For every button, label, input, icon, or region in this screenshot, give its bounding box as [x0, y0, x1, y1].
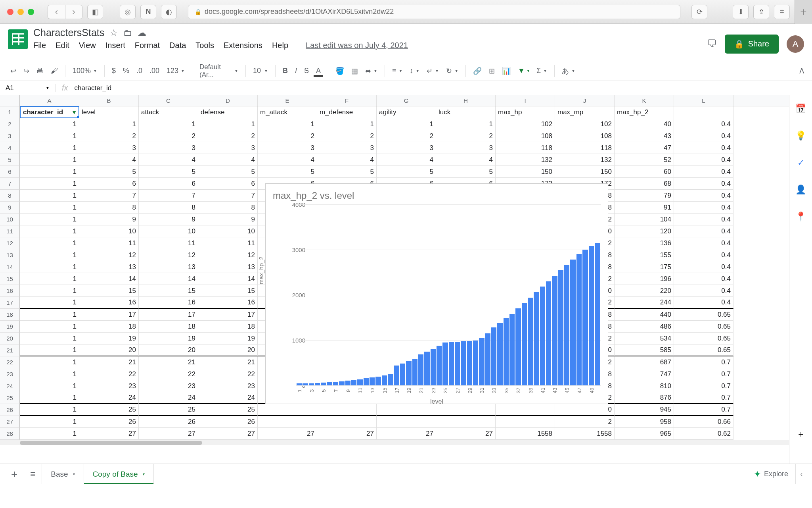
cell[interactable]: 11 — [79, 237, 139, 249]
get-addons-icon[interactable]: ＋ — [795, 429, 806, 440]
cell[interactable]: agility — [377, 106, 436, 118]
cell[interactable]: 60 — [615, 166, 674, 178]
cell[interactable]: 24 — [79, 392, 139, 404]
cell[interactable]: 1 — [258, 118, 317, 130]
side-panel-toggle[interactable]: ‹ — [795, 464, 807, 484]
cell[interactable]: 27 — [377, 428, 436, 440]
functions-button[interactable]: Σ▼ — [534, 65, 550, 77]
sidebar-toggle[interactable]: ◧ — [87, 5, 103, 19]
cell[interactable]: 2 — [79, 130, 139, 142]
cell[interactable]: 0.7 — [674, 404, 733, 416]
font-select[interactable]: Default (Ar...▼ — [197, 62, 241, 81]
cell[interactable]: 79 — [615, 190, 674, 202]
cell[interactable]: 102 — [496, 118, 555, 130]
cell[interactable]: 27 — [258, 428, 317, 440]
cell[interactable]: 0.65 — [674, 309, 733, 321]
cell[interactable]: 15 — [139, 285, 198, 297]
cell[interactable]: 0.4 — [674, 166, 733, 178]
close-window[interactable] — [7, 9, 13, 15]
cell[interactable]: 25 — [79, 404, 139, 416]
cell[interactable]: 12 — [198, 249, 258, 261]
cell[interactable]: 2 — [436, 130, 496, 142]
cell[interactable]: 25 — [139, 404, 198, 416]
col-header-H[interactable]: H — [436, 95, 496, 106]
collapse-toolbar[interactable]: ᐱ — [799, 67, 804, 75]
cell[interactable]: 1 — [20, 202, 79, 214]
number-format[interactable]: 123▼ — [164, 65, 187, 77]
increase-decimal[interactable]: .00 — [147, 65, 162, 77]
link-button[interactable]: 🔗 — [471, 65, 484, 77]
row-header[interactable]: 5 — [0, 154, 20, 166]
cell[interactable]: attack — [139, 106, 198, 118]
cell[interactable]: 0.4 — [674, 190, 733, 202]
cell[interactable]: 13 — [79, 261, 139, 273]
tasks-addon-icon[interactable]: ✓ — [795, 157, 806, 168]
cell[interactable]: 16 — [139, 297, 198, 309]
menu-format[interactable]: Format — [135, 41, 160, 50]
cell[interactable]: 3 — [258, 142, 317, 154]
doc-title[interactable]: CharactersStats — [33, 27, 104, 38]
cell[interactable]: 150 — [555, 166, 615, 178]
font-size[interactable]: 10▼ — [251, 65, 270, 77]
cell[interactable]: 2 — [258, 130, 317, 142]
cell[interactable] — [317, 416, 377, 428]
cell[interactable]: 1 — [20, 321, 79, 333]
row-header[interactable]: 2 — [0, 118, 20, 130]
back-button[interactable]: ‹ — [48, 5, 65, 19]
cell[interactable] — [496, 416, 555, 428]
cell[interactable]: 24 — [198, 392, 258, 404]
cell[interactable]: 10 — [139, 225, 198, 237]
cell[interactable]: 4 — [317, 154, 377, 166]
cell[interactable]: 1 — [20, 380, 79, 392]
cell[interactable]: 534 — [615, 333, 674, 344]
cell[interactable]: defense — [198, 106, 258, 118]
cell[interactable]: 1 — [20, 368, 79, 380]
row-header[interactable]: 4 — [0, 142, 20, 154]
cell[interactable]: 7 — [139, 190, 198, 202]
cell[interactable]: 23 — [79, 380, 139, 392]
row-header[interactable]: 20 — [0, 333, 20, 344]
share-os-button[interactable]: ⇪ — [753, 5, 769, 19]
cell[interactable] — [436, 404, 496, 416]
sheets-logo-icon[interactable] — [8, 29, 28, 49]
cell[interactable]: 15 — [79, 285, 139, 297]
cell[interactable]: 0.65 — [674, 344, 733, 356]
cell[interactable]: 8 — [198, 202, 258, 214]
cell[interactable] — [436, 416, 496, 428]
row-header[interactable]: 8 — [0, 190, 20, 202]
wrap-button[interactable]: ↵▼ — [424, 65, 441, 77]
merge-button[interactable]: ⬌▼ — [363, 65, 380, 77]
cell[interactable]: 0.4 — [674, 261, 733, 273]
ext-icon-notion[interactable]: N — [140, 5, 156, 19]
menu-extensions[interactable]: Extensions — [224, 41, 262, 50]
cell[interactable]: 91 — [615, 202, 674, 214]
sheet-tab[interactable]: Copy of Base▾ — [84, 464, 154, 484]
cell[interactable]: 5 — [377, 166, 436, 178]
cell[interactable]: 11 — [139, 237, 198, 249]
decrease-decimal[interactable]: .0 — [134, 65, 145, 77]
cell[interactable]: 1 — [377, 118, 436, 130]
sheet-tab[interactable]: Base▾ — [42, 464, 84, 484]
text-color-button[interactable]: A — [314, 65, 323, 77]
cell[interactable]: 14 — [139, 273, 198, 285]
cell[interactable]: 23 — [139, 380, 198, 392]
redo-button[interactable]: ↪ — [21, 65, 32, 77]
address-bar[interactable]: 🔒 docs.google.com/spreadsheets/d/1OtAXir… — [188, 5, 680, 19]
cell[interactable]: 1 — [20, 190, 79, 202]
cell[interactable]: 175 — [615, 261, 674, 273]
cell[interactable] — [258, 416, 317, 428]
cell[interactable] — [674, 106, 733, 118]
cell[interactable]: 150 — [496, 166, 555, 178]
currency-button[interactable]: $ — [109, 65, 118, 77]
cell[interactable]: 14 — [79, 273, 139, 285]
cell[interactable]: 10 — [198, 225, 258, 237]
cell[interactable] — [377, 416, 436, 428]
cell[interactable]: 22 — [139, 368, 198, 380]
cell[interactable]: 27 — [198, 428, 258, 440]
filter-icon[interactable]: ▼ — [71, 109, 77, 115]
col-header-I[interactable]: I — [496, 95, 555, 106]
cell[interactable]: 27 — [139, 428, 198, 440]
spreadsheet-grid[interactable]: ABCDEFGHIJKL 1character_id▼levelattackde… — [0, 95, 789, 464]
print-button[interactable]: 🖶 — [34, 65, 46, 77]
cell[interactable]: 52 — [615, 154, 674, 166]
